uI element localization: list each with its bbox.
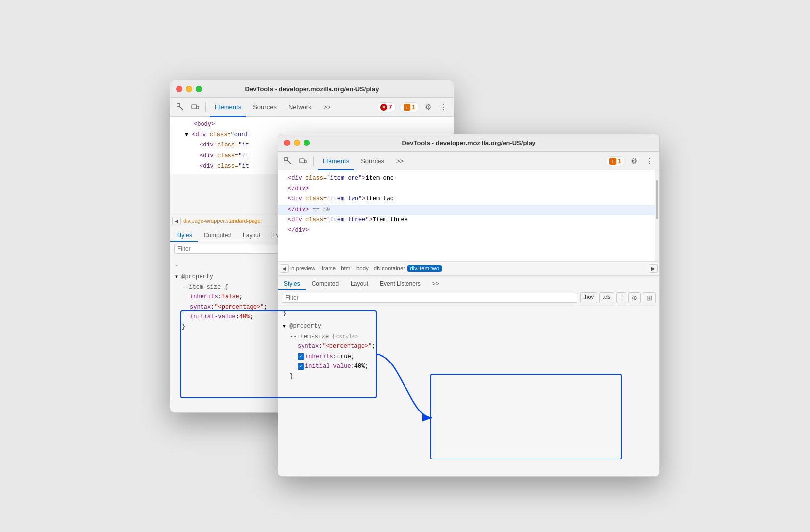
dom-tree-front: <div class="item one">item one </div> <d… [278, 170, 659, 261]
tab-more-front[interactable]: >> [391, 155, 408, 167]
breadcrumb-prev-back[interactable]: ◀ [172, 217, 181, 225]
responsive-icon-front[interactable] [297, 155, 309, 168]
minimize-button-front[interactable] [294, 140, 300, 146]
breadcrumb-item-two[interactable]: div.item.two [407, 265, 442, 272]
tab-computed-back[interactable]: Computed [198, 230, 237, 242]
dom-line-body[interactable]: <body> [170, 120, 454, 130]
warn-icon-front: ! [609, 158, 616, 165]
tab-more-front-panel[interactable]: >> [427, 278, 445, 290]
tab-event-listeners-front[interactable]: Event Listeners [374, 278, 427, 290]
svg-line-1 [180, 107, 183, 110]
window-title-back: DevTools - developer.mozilla.org/en-US/p… [245, 85, 379, 93]
filter-bar-front: :hov .cls + ⊕ ⊞ [278, 290, 659, 306]
dom-line-item-two[interactable]: <div class="item two">Item two [278, 194, 659, 204]
tab-sources-front[interactable]: Sources [356, 155, 389, 167]
tab-network-back[interactable]: Network [283, 101, 317, 113]
css-prop-syntax-front: syntax: "<percentage>"; [282, 341, 656, 351]
filter-tools-front: :hov .cls + ⊕ ⊞ [580, 292, 656, 303]
breadcrumb-n-preview[interactable]: n.preview [289, 266, 318, 271]
tab-styles-back[interactable]: Styles [170, 230, 198, 242]
scene: DevTools - developer.mozilla.org/en-US/p… [160, 70, 650, 462]
close-button-back[interactable] [176, 86, 182, 92]
css-at-rule-front: ▼ @property [282, 321, 656, 331]
warn-badge-front: ! 1 [606, 156, 625, 166]
devtools-toolbar-front: Elements Sources >> ! 1 ⚙ ⋮ [278, 152, 659, 170]
breadcrumb-body[interactable]: body [354, 266, 371, 271]
svg-rect-2 [192, 105, 197, 109]
warn-icon-back: ! [404, 104, 410, 111]
inspector-icon-front[interactable] [282, 155, 295, 168]
traffic-lights-front [284, 140, 310, 146]
maximize-button-back[interactable] [196, 86, 202, 92]
cls-button[interactable]: .cls [599, 292, 614, 303]
tab-computed-front[interactable]: Computed [306, 278, 345, 290]
checkbox-inherits[interactable]: ✓ [298, 353, 304, 360]
css-close-front: } [282, 371, 656, 381]
scrollbar-thumb-front[interactable] [656, 180, 658, 219]
breadcrumb-iframe[interactable]: iframe [318, 266, 338, 271]
dom-line-close-div2[interactable]: </div> == $0 [278, 205, 659, 215]
devtools-window-front: DevTools - developer.mozilla.org/en-US/p… [278, 134, 660, 477]
svg-rect-7 [304, 160, 306, 163]
dom-line-item-one[interactable]: <div class="item one">item one [278, 173, 659, 184]
dom-line-item-three[interactable]: <div class="item three">Item three [278, 215, 659, 225]
toolbar-sep-front [313, 156, 314, 166]
hov-button[interactable]: :hov [580, 292, 597, 303]
title-bar-back: DevTools - developer.mozilla.org/en-US/p… [170, 80, 454, 98]
minimize-button-back[interactable] [186, 86, 192, 92]
warn-badge-back: ! 1 [400, 102, 419, 112]
tab-elements-back[interactable]: Elements [210, 101, 246, 113]
breadcrumb-front: ◀ n.preview iframe html body div.contain… [278, 261, 659, 276]
svg-line-5 [288, 161, 291, 164]
css-prop-initial-front: ✓ initial-value: 40%; [282, 362, 656, 371]
dom-scrollbar-front[interactable] [655, 170, 659, 261]
filter-input-front[interactable] [282, 293, 577, 303]
checkbox-initial[interactable]: ✓ [298, 363, 304, 370]
close-button-front[interactable] [284, 140, 290, 146]
breadcrumb-next-front[interactable]: ▶ [649, 264, 658, 273]
error-badge-back: ✕ 7 [377, 102, 396, 112]
devtools-toolbar-back: Elements Sources Network >> ✕ 7 ! 1 ⚙ ⋮ [170, 98, 454, 117]
responsive-icon[interactable] [189, 101, 202, 114]
panel-tabs-front: Styles Computed Layout Event Listeners >… [278, 276, 659, 290]
traffic-lights-back [176, 86, 202, 92]
dom-line-close-div1[interactable]: </div> [278, 184, 659, 194]
breadcrumb-prev-front[interactable]: ◀ [280, 264, 289, 273]
computed-style-btn[interactable]: ⊕ [628, 292, 641, 303]
css-selector-front: --item-size { <style> [282, 332, 656, 341]
error-icon-back: ✕ [380, 104, 387, 111]
svg-rect-0 [177, 104, 180, 107]
css-prop-inherits-front: ✓ inherits: true; [282, 352, 656, 362]
inspector-icon[interactable] [174, 101, 187, 114]
title-bar-front: DevTools - developer.mozilla.org/en-US/p… [278, 134, 659, 152]
tab-styles-front[interactable]: Styles [278, 278, 306, 290]
breadcrumb-path-back[interactable]: div.page-wrapper.standard-page. [181, 218, 265, 224]
settings-button-front[interactable]: ⚙ [627, 154, 641, 168]
tab-layout-back[interactable]: Layout [237, 230, 266, 242]
tab-layout-front[interactable]: Layout [345, 278, 374, 290]
tab-more-back[interactable]: >> [319, 101, 336, 113]
dom-content-front: <div class="item one">item one </div> <d… [278, 170, 659, 261]
svg-rect-6 [300, 159, 304, 163]
settings-button-back[interactable]: ⚙ [421, 100, 435, 114]
css-content-front: } ▼ @property --item-size { <style> synt… [278, 306, 659, 385]
svg-rect-4 [285, 158, 288, 161]
svg-rect-3 [197, 106, 199, 109]
breadcrumb-html[interactable]: html [338, 266, 354, 271]
breadcrumb-container[interactable]: div.container [371, 266, 407, 271]
tab-sources-back[interactable]: Sources [248, 101, 281, 113]
source-tag-front: <style> [336, 332, 358, 341]
toolbar-separator-1 [205, 102, 206, 112]
more-options-back[interactable]: ⋮ [437, 101, 450, 114]
window-title-front: DevTools - developer.mozilla.org/en-US/p… [402, 139, 536, 146]
css-closing-brace-front: } [282, 309, 656, 318]
grid-btn[interactable]: ⊞ [643, 292, 656, 303]
more-options-front[interactable]: ⋮ [643, 155, 656, 168]
maximize-button-front[interactable] [304, 140, 310, 146]
add-rule-button[interactable]: + [616, 292, 626, 303]
tab-elements-front[interactable]: Elements [318, 155, 354, 167]
dom-line-close-div3[interactable]: </div> [278, 225, 659, 236]
